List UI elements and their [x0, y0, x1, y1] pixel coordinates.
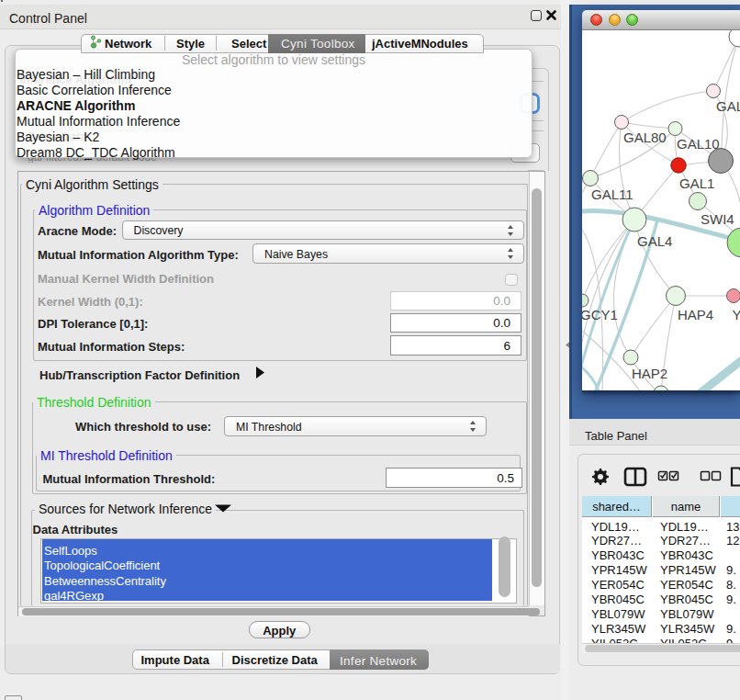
svg-text:GAL4: GAL4	[637, 233, 672, 249]
svg-text:GAL7: GAL7	[716, 98, 740, 114]
svg-text:GAL1: GAL1	[679, 175, 714, 191]
svg-text:GAL80: GAL80	[623, 130, 667, 145]
svg-text:YD: YD	[733, 307, 740, 322]
svg-text:HAP2: HAP2	[632, 366, 667, 381]
svg-text:HAP4: HAP4	[678, 307, 713, 322]
svg-text:GAL10: GAL10	[677, 136, 720, 152]
svg-text:SWI4: SWI4	[701, 211, 734, 227]
svg-text:GAL11: GAL11	[591, 186, 633, 202]
svg-text:GCY1: GCY1	[582, 307, 618, 322]
